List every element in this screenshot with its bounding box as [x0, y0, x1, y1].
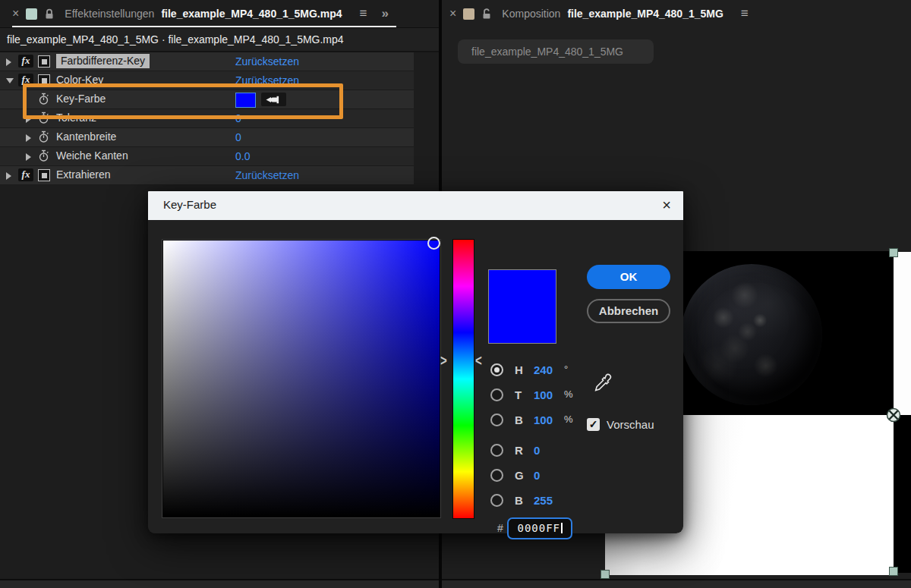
panel-bottom-strip — [442, 579, 911, 588]
field-value[interactable]: 100 — [534, 413, 553, 426]
hue-indicator-right-icon: < — [475, 351, 482, 369]
effect-name[interactable]: Extrahieren — [56, 168, 111, 181]
effect-enable-dot — [42, 78, 47, 83]
chevron-right-icon[interactable] — [26, 134, 31, 142]
effect-enable-dot — [42, 173, 47, 178]
field-value[interactable]: 255 — [534, 494, 553, 507]
video-frame-black — [668, 251, 894, 415]
hex-prefix: # — [497, 522, 503, 534]
property-value[interactable]: 0 — [235, 131, 241, 143]
chevron-right-icon[interactable] — [6, 58, 11, 66]
radio-r[interactable] — [490, 444, 503, 457]
hue-slider[interactable] — [452, 239, 474, 519]
hex-input[interactable]: 0000FF — [507, 517, 572, 539]
chevron-right-icon[interactable] — [6, 172, 11, 180]
annotation-highlight-box — [23, 83, 343, 119]
effect-enable-dot — [42, 59, 47, 64]
chevron-down-icon[interactable] — [6, 78, 14, 83]
field-value[interactable]: 0 — [534, 469, 540, 482]
field-label: H — [515, 363, 523, 376]
stopwatch-icon[interactable] — [38, 130, 49, 143]
composition-name-chip[interactable]: file_example_MP4_480_1_5MG — [458, 39, 654, 64]
panel-bottom-strip — [0, 579, 439, 588]
layer-anchor-point-icon[interactable] — [885, 407, 902, 423]
panel-title-label[interactable]: Komposition — [502, 8, 560, 20]
reset-link[interactable]: Zurücksetzen — [235, 55, 299, 68]
panel-menu-icon[interactable]: ≡ — [741, 6, 749, 21]
effect-row-extrahieren[interactable]: fx Extrahieren Zurücksetzen — [0, 166, 414, 185]
chevron-right-icon[interactable] — [26, 153, 31, 161]
background-black-strip — [894, 415, 911, 573]
field-label: B — [515, 413, 523, 426]
effect-enable-checkbox[interactable] — [38, 55, 50, 68]
effect-controls-tabbar: × Effekteinstellungen file_example_MP4_4… — [0, 0, 439, 27]
panel-document-title[interactable]: file_example_MP4_480_1_5MG.mp4 — [161, 8, 342, 20]
field-label: T — [515, 388, 522, 401]
current-color-swatch — [488, 269, 556, 344]
field-unit: % — [564, 413, 573, 425]
effect-enable-checkbox[interactable] — [38, 169, 50, 181]
radio-b2[interactable] — [490, 494, 503, 507]
composition-tabbar: × Komposition file_example_MP4_480_1_5MG… — [442, 0, 911, 27]
field-unit: % — [564, 388, 573, 400]
color-selection-ring[interactable] — [427, 237, 440, 250]
property-row-kantenbreite[interactable]: Kantenbreite 0 — [0, 128, 414, 147]
field-unit: ° — [564, 363, 568, 375]
ok-button[interactable]: OK — [587, 265, 670, 289]
radio-t[interactable] — [490, 388, 503, 401]
app-root: × Effekteinstellungen file_example_MP4_4… — [0, 0, 911, 588]
dialog-titlebar[interactable]: Key-Farbe × — [148, 191, 683, 221]
property-row-weiche-kanten[interactable]: Weiche Kanten 0.0 — [0, 147, 414, 166]
effect-controls-breadcrumb: file_example_MP4_480_1_5MG · file_exampl… — [0, 27, 439, 52]
background-white-strip — [894, 252, 911, 415]
panel-title-label[interactable]: Effekteinstellungen — [65, 8, 154, 20]
text-caret — [561, 523, 563, 533]
selection-handle-bottom-right[interactable] — [889, 567, 898, 576]
field-value[interactable]: 240 — [534, 363, 553, 376]
earth-image — [681, 264, 822, 405]
panel-group-color-swatch — [26, 8, 37, 20]
color-picker-dialog: Key-Farbe × > < OK Abbrechen ✓ Vorschau … — [148, 191, 683, 533]
radio-h[interactable] — [490, 363, 503, 376]
field-label: B — [515, 494, 523, 507]
dialog-close-icon[interactable]: × — [662, 197, 671, 213]
saturation-brightness-field[interactable] — [162, 240, 440, 517]
panel-close-icon[interactable]: × — [449, 8, 456, 20]
hue-indicator-left-icon: > — [440, 351, 447, 369]
field-label: G — [515, 469, 524, 482]
panel-document-title[interactable]: file_example_MP4_480_1_5MG — [567, 8, 723, 20]
field-value[interactable]: 100 — [534, 388, 553, 401]
property-name: Weiche Kanten — [56, 149, 128, 162]
dialog-body: > < OK Abbrechen ✓ Vorschau H 240 ° T — [148, 220, 683, 533]
stopwatch-icon[interactable] — [38, 149, 49, 162]
radio-g[interactable] — [490, 469, 503, 482]
effect-name[interactable]: Farbdifferenz-Key — [56, 54, 150, 68]
panel-overflow-icon[interactable]: » — [381, 6, 388, 21]
panel-close-icon[interactable]: × — [12, 8, 19, 20]
field-value[interactable]: 0 — [534, 444, 540, 457]
fx-icon[interactable]: fx — [18, 55, 33, 68]
cancel-button[interactable]: Abbrechen — [587, 299, 670, 323]
property-name: Kantenbreite — [56, 130, 116, 143]
field-label: R — [515, 444, 523, 457]
preview-checkbox[interactable]: ✓ — [587, 418, 600, 431]
reset-link[interactable]: Zurücksetzen — [235, 169, 299, 181]
dialog-title: Key-Farbe — [163, 198, 216, 211]
dialog-eyedropper-icon[interactable] — [592, 373, 612, 393]
property-value[interactable]: 0.0 — [235, 150, 250, 162]
fx-icon[interactable]: fx — [18, 168, 33, 181]
selection-handle-top-right[interactable] — [889, 248, 898, 257]
lock-icon[interactable] — [44, 8, 55, 20]
preview-label: Vorschau — [607, 418, 654, 431]
unlock-icon[interactable] — [481, 8, 492, 20]
panel-menu-icon[interactable]: ≡ — [360, 6, 367, 21]
selection-handle-bottom-left[interactable] — [601, 570, 610, 579]
active-tab-underline — [12, 26, 396, 27]
radio-b[interactable] — [490, 413, 503, 426]
effect-row-farbdifferenz-key[interactable]: fx Farbdifferenz-Key Zurücksetzen — [0, 52, 414, 71]
hex-value: 0000FF — [517, 522, 560, 534]
panel-group-color-swatch — [463, 8, 474, 20]
